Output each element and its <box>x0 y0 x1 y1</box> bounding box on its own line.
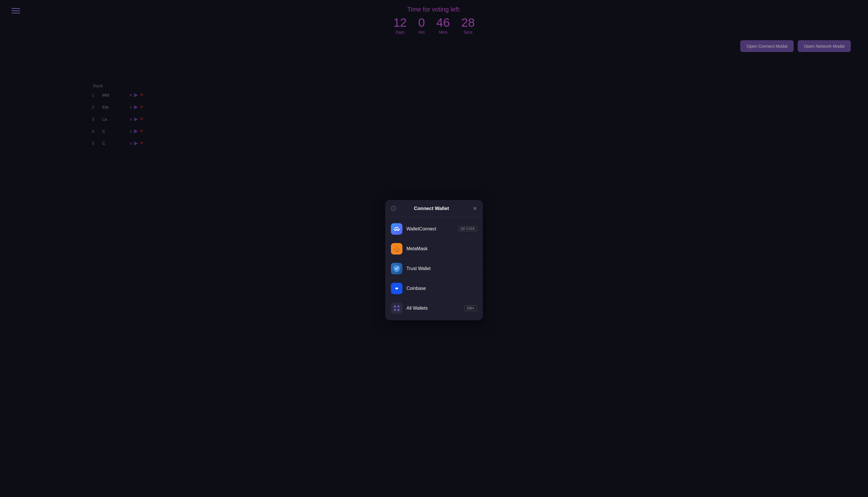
trust-wallet-name: Trust Wallet <box>407 266 477 271</box>
wallet-item-walletconnect[interactable]: WalletConnect QR CODE <box>385 219 483 239</box>
metamask-name: MetaMask <box>407 246 477 251</box>
wallet-list: WalletConnect QR CODE <box>385 217 483 320</box>
modal-title: Connect Wallet <box>391 206 472 211</box>
coinbase-name: Coinbase <box>407 286 477 291</box>
dot-2 <box>397 306 400 308</box>
dot-1 <box>394 306 396 308</box>
metamask-icon <box>391 243 402 255</box>
all-wallets-icon <box>391 302 402 314</box>
connect-wallet-modal: ⓘ Connect Wallet ✕ WalletConnect QR CODE <box>385 200 483 320</box>
walletconnect-icon <box>391 223 402 235</box>
modal-header: ⓘ Connect Wallet ✕ <box>385 200 483 217</box>
svg-rect-1 <box>395 287 398 289</box>
dot-4 <box>397 309 400 311</box>
page-wrapper: Time for voting left: 12 Days 0 Hrs 46 M… <box>0 0 868 497</box>
dot-3 <box>394 309 396 311</box>
wallet-item-metamask[interactable]: MetaMask <box>385 239 483 259</box>
all-wallets-dots <box>393 305 400 312</box>
walletconnect-name: WalletConnect <box>407 226 459 231</box>
wallet-item-trust[interactable]: Trust Wallet <box>385 259 483 279</box>
wallet-item-coinbase[interactable]: Coinbase <box>385 279 483 298</box>
coinbase-icon <box>391 283 402 294</box>
walletconnect-badge: QR CODE <box>459 226 477 231</box>
modal-overlay[interactable]: ⓘ Connect Wallet ✕ WalletConnect QR CODE <box>0 0 868 497</box>
wallet-item-allwallets[interactable]: All Wallets 330+ <box>385 298 483 318</box>
all-wallets-badge: 330+ <box>464 306 477 311</box>
all-wallets-name: All Wallets <box>407 306 464 311</box>
close-button[interactable]: ✕ <box>472 205 477 212</box>
trust-wallet-icon <box>391 263 402 274</box>
